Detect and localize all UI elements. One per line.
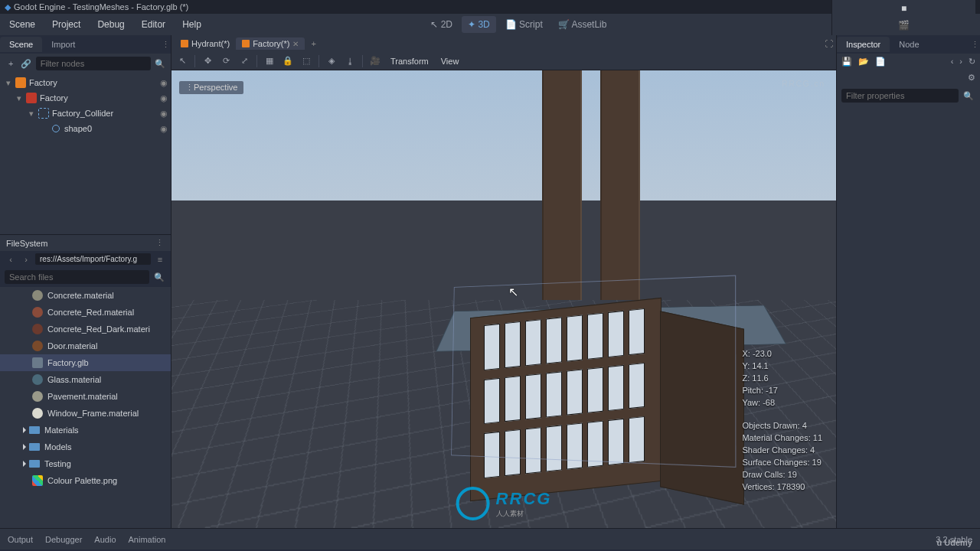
workspace-script[interactable]: 📄 Script bbox=[499, 16, 549, 33]
search-icon[interactable]: 🔍 bbox=[154, 57, 166, 70]
inspector-options-icon[interactable]: ⚙ bbox=[968, 73, 975, 83]
inspector-panel-tabs: Inspector Node ⋮ bbox=[837, 35, 980, 54]
history-fwd-icon[interactable]: › bbox=[959, 57, 962, 67]
viewport-toolbar: ↖ ✥ ⟳ ⤢ ▦ 🔒 ⬚ ◈ ⭳ 🎥 Transform View bbox=[172, 52, 836, 70]
tree-node-shape[interactable]: shape0 ◉ bbox=[3, 121, 171, 136]
watermark-corner: RRCG.cn bbox=[782, 80, 825, 88]
open-resource-icon[interactable]: 📂 bbox=[858, 57, 869, 67]
save-resource-icon[interactable]: 💾 bbox=[841, 57, 852, 67]
filesystem-path-row: ‹ › res://Assets/Import/Factory.g ≡ bbox=[0, 251, 171, 267]
fs-item[interactable]: Pavement.material bbox=[0, 388, 171, 405]
workspace-2d[interactable]: ↖ 2D bbox=[424, 16, 459, 33]
panel-options-icon[interactable]: ⋮ bbox=[969, 40, 980, 50]
bottom-animation[interactable]: Animation bbox=[129, 535, 166, 544]
material-icon bbox=[32, 341, 43, 351]
fs-item[interactable]: Concrete.material bbox=[0, 287, 171, 304]
scene-tab-factory[interactable]: Factory(*) ✕ bbox=[236, 37, 305, 50]
filter-properties-input[interactable] bbox=[841, 89, 959, 103]
distraction-free-icon[interactable]: ⛶ bbox=[825, 39, 833, 48]
udemy-watermark: û Udemy bbox=[937, 538, 972, 547]
menu-project[interactable]: Project bbox=[47, 16, 85, 33]
fs-png[interactable]: Colour Palette.png bbox=[0, 472, 171, 489]
stop-button[interactable]: ■ bbox=[898, 3, 910, 14]
bottom-panel: Output Debugger Audio Animation 3.2.stab… bbox=[0, 528, 980, 549]
bottom-audio[interactable]: Audio bbox=[94, 535, 116, 544]
bottom-output[interactable]: Output bbox=[8, 535, 33, 544]
load-resource-icon[interactable]: 📄 bbox=[875, 57, 886, 67]
panel-options-icon[interactable]: ⋮ bbox=[160, 40, 171, 50]
viewport-3d[interactable]: ⋮Perspective ↖ X: -23.0 Y: 14.1 Z: 11.6 … bbox=[172, 70, 836, 528]
nav-fwd-icon[interactable]: › bbox=[20, 255, 32, 264]
app-icon: ◆ bbox=[5, 2, 11, 12]
nav-menu-icon[interactable]: ≡ bbox=[154, 255, 166, 264]
material-icon bbox=[32, 408, 43, 419]
fs-item[interactable]: Concrete_Red_Dark.materi bbox=[0, 321, 171, 337]
transform-menu[interactable]: Transform bbox=[387, 57, 432, 66]
visibility-icon[interactable]: ◉ bbox=[157, 109, 171, 119]
menu-help[interactable]: Help bbox=[178, 16, 206, 33]
visibility-icon[interactable]: ◉ bbox=[157, 93, 171, 103]
image-icon bbox=[32, 475, 43, 486]
fs-item[interactable]: Window_Frame.material bbox=[0, 405, 171, 422]
fs-item[interactable]: Glass.material bbox=[0, 371, 171, 388]
perspective-badge[interactable]: ⋮Perspective bbox=[179, 81, 243, 94]
material-icon bbox=[32, 290, 43, 301]
filesystem-header: FileSystem ⋮ bbox=[0, 234, 171, 251]
menu-scene[interactable]: Scene bbox=[5, 16, 40, 33]
fs-item-selected[interactable]: Factory.glb bbox=[0, 354, 171, 371]
tab-import[interactable]: Import bbox=[42, 37, 84, 52]
play-scene-button[interactable]: 🎬 bbox=[898, 20, 910, 31]
menu-debug[interactable]: Debug bbox=[93, 16, 129, 33]
workspace-3d[interactable]: ✦ 3D bbox=[462, 16, 496, 33]
search-icon[interactable]: 🔍 bbox=[152, 270, 166, 284]
scene-tabs: Hydrant(*) Factory(*) ✕ + ⛶ bbox=[172, 35, 836, 52]
tree-node-root[interactable]: ▾ Factory ◉ bbox=[3, 75, 171, 90]
move-tool-icon[interactable]: ✥ bbox=[201, 56, 214, 66]
filesystem-search-input[interactable] bbox=[5, 270, 149, 284]
add-node-icon[interactable]: + bbox=[5, 57, 17, 70]
fs-folder[interactable]: Materials bbox=[0, 422, 171, 439]
nav-back-icon[interactable]: ‹ bbox=[5, 255, 17, 264]
shape-icon bbox=[52, 125, 60, 132]
scale-tool-icon[interactable]: ⤢ bbox=[238, 56, 250, 66]
camera-override-icon[interactable]: 🎥 bbox=[369, 56, 381, 66]
tree-node-collider[interactable]: ▾ Factory_Collider ◉ bbox=[3, 106, 171, 121]
filter-nodes-input[interactable] bbox=[36, 57, 151, 70]
local-icon[interactable]: ◈ bbox=[325, 56, 338, 66]
history-menu-icon[interactable]: ↻ bbox=[969, 57, 975, 67]
filesystem-options-icon[interactable]: ⋮ bbox=[154, 238, 165, 248]
search-icon[interactable]: 🔍 bbox=[962, 89, 975, 103]
view-menu[interactable]: View bbox=[438, 57, 462, 66]
fs-item[interactable]: Door.material bbox=[0, 337, 171, 354]
bottom-debugger[interactable]: Debugger bbox=[45, 535, 82, 544]
tab-node[interactable]: Node bbox=[890, 37, 928, 52]
expand-icon[interactable] bbox=[23, 461, 26, 467]
fs-folder[interactable]: Models bbox=[0, 439, 171, 455]
snap-icon[interactable]: ▦ bbox=[263, 56, 276, 66]
link-node-icon[interactable]: 🔗 bbox=[20, 57, 32, 70]
fs-item[interactable]: Concrete_Red.material bbox=[0, 304, 171, 321]
visibility-icon[interactable]: ◉ bbox=[157, 124, 171, 134]
fs-folder[interactable]: Testing bbox=[0, 455, 171, 472]
lock-icon[interactable]: 🔒 bbox=[282, 56, 294, 66]
rotate-tool-icon[interactable]: ⟳ bbox=[220, 56, 232, 66]
tab-inspector[interactable]: Inspector bbox=[837, 37, 890, 52]
workspace-assetlib[interactable]: 🛒 AssetLib bbox=[552, 16, 613, 33]
tab-scene[interactable]: Scene bbox=[0, 37, 42, 52]
history-back-icon[interactable]: ‹ bbox=[951, 57, 954, 67]
scene-tab-hydrant[interactable]: Hydrant(*) bbox=[175, 37, 236, 50]
group-icon[interactable]: ⬚ bbox=[300, 56, 312, 66]
scene-tree: ▾ Factory ◉ ▾ Factory ◉ ▾ Factory_Collid… bbox=[0, 73, 171, 234]
folder-icon bbox=[29, 426, 40, 434]
close-tab-icon[interactable]: ✕ bbox=[292, 40, 299, 48]
select-tool-icon[interactable]: ↖ bbox=[176, 56, 188, 66]
menu-editor[interactable]: Editor bbox=[137, 16, 170, 33]
add-tab-icon[interactable]: + bbox=[305, 37, 322, 50]
snap-ground-icon[interactable]: ⭳ bbox=[344, 57, 356, 66]
spatial-icon bbox=[15, 77, 26, 88]
visibility-icon[interactable]: ◉ bbox=[157, 78, 171, 88]
tree-node-mesh[interactable]: ▾ Factory ◉ bbox=[3, 90, 171, 106]
filesystem-path[interactable]: res://Assets/Import/Factory.g bbox=[35, 253, 151, 265]
expand-icon[interactable] bbox=[23, 444, 26, 450]
expand-icon[interactable] bbox=[23, 427, 26, 433]
